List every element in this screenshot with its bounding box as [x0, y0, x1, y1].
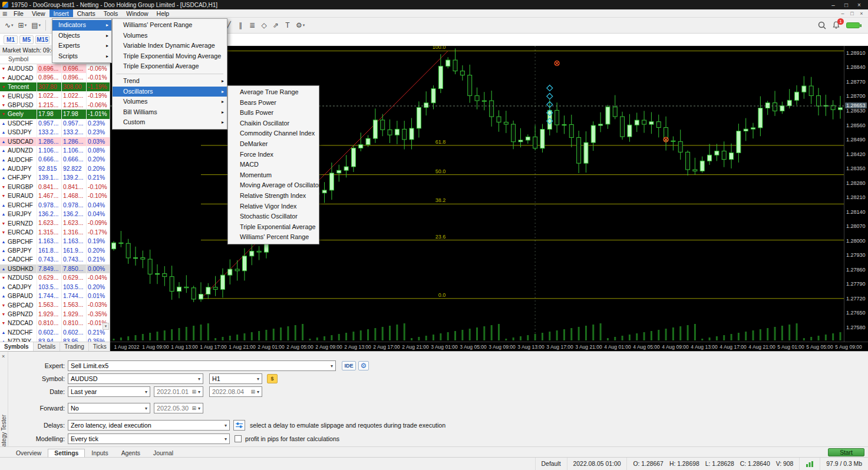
menu-insert[interactable]: Insert [49, 9, 73, 17]
market-watch-row-eurgbp[interactable]: ▼EURGBP0.841...0.841...-0.10% [0, 183, 110, 191]
mdi-minimize-icon[interactable]: – [839, 11, 847, 16]
start-button[interactable]: Start [828, 448, 864, 456]
menu-item-williams-percent-range[interactable]: Williams' Percent Range [228, 232, 319, 243]
market-watch-row-euraud[interactable]: ▼EURAUD1.467...1.468...-0.10% [0, 191, 110, 200]
market-watch-row-eurjpy[interactable]: ▲EURJPY136.2...136.2...0.04% [0, 210, 110, 219]
search-icon[interactable] [818, 21, 826, 29]
market-watch-tab-details[interactable]: Details [34, 342, 61, 351]
status-profile[interactable]: Default [535, 458, 567, 470]
price-axis[interactable]: 1.289101.288401.287701.287001.286301.285… [844, 46, 868, 342]
market-watch-row-audnzd[interactable]: ▲AUDNZD1.106...1.106...0.08% [0, 146, 110, 155]
market-watch-row-nzdchf[interactable]: ▲NZDCHF0.602...0.602...0.21% [0, 328, 110, 337]
market-watch-row-tencent[interactable]: ▼Tencent307.80308.00-1.19% [0, 82, 110, 91]
time-axis[interactable]: 1 Aug 20221 Aug 09:001 Aug 13:001 Aug 17… [110, 342, 868, 351]
market-watch-row-nzdcad[interactable]: ▼NZDCAD0.810...0.810...-0.01% [0, 319, 110, 327]
mdi-close-icon[interactable]: × [857, 11, 866, 16]
templates-icon[interactable]: ▤▾ [29, 19, 43, 31]
market-watch-row-usdhkd[interactable]: ▲USDHKD7.849...7.850...0.00% [0, 264, 110, 273]
menu-item-williams-percent-range[interactable]: Williams' Percent Range [113, 20, 227, 31]
market-watch-row-eurchf[interactable]: ▲EURCHF0.978...0.978...0.04% [0, 201, 110, 210]
market-watch-row-eurnzd[interactable]: ▼EURNZD1.623...1.623...-0.09% [0, 219, 110, 227]
menu-item-triple-exponential-average[interactable]: Triple Exponential Average [113, 61, 227, 72]
menu-help[interactable]: Help [153, 9, 174, 17]
menu-file[interactable]: File [9, 9, 28, 17]
menu-item-indicators[interactable]: Indicators▸ [52, 20, 111, 31]
expert-settings-button[interactable]: ⚙ [358, 361, 369, 370]
date-range-select[interactable]: Last year ▾ [68, 386, 150, 397]
new-chart-icon[interactable]: ∿▾ [2, 19, 16, 31]
forward-select[interactable]: No ▾ [68, 403, 150, 413]
menu-item-oscillators[interactable]: Oscillators▸ [113, 87, 227, 97]
mdi-restore-icon[interactable]: □ [848, 11, 856, 16]
menu-item-triple-exponential-average[interactable]: Triple Exponential Average [228, 222, 319, 233]
market-watch-tab-ticks[interactable]: Ticks [89, 342, 110, 351]
equidistant-channel-icon[interactable]: ∥ [235, 19, 246, 31]
menu-item-commodity-channel-index[interactable]: Commodity Channel Index [228, 128, 319, 139]
menu-window[interactable]: Window [122, 9, 152, 17]
menu-item-bill-williams[interactable]: Bill Williams▸ [113, 107, 227, 118]
scroll-down-arrow-icon[interactable]: ▼ [103, 323, 109, 330]
close-button[interactable]: × [853, 2, 866, 8]
market-watch-row-nzdjpy[interactable]: ▲NZDJPY83.94...83.95...0.35% [0, 337, 110, 342]
date-from-field[interactable]: 2022.01.01 ⊞ ▾ [154, 386, 203, 397]
menu-item-volumes[interactable]: Volumes [113, 31, 227, 41]
market-watch-row-gbpjpy[interactable]: ▲GBPJPY161.8...161.9...0.20% [0, 246, 110, 255]
forward-date-field[interactable]: 2022.05.30 ⊞ ▾ [154, 403, 203, 413]
tab-inputs[interactable]: Inputs [85, 449, 114, 457]
market-watch-row-audusd[interactable]: ▼AUDUSD0.696...0.696...-0.06% [0, 64, 110, 73]
market-watch-row-gbpnzd[interactable]: ▼GBPNZD1.929...1.929...-0.35% [0, 310, 110, 319]
market-watch-row-usdchf[interactable]: ▲USDCHF0.957...0.957...0.23% [0, 119, 110, 128]
market-watch-row-eurusd[interactable]: ▼EURUSD1.022...1.022...-0.19% [0, 91, 110, 100]
timeframe-m5[interactable]: M5 [19, 35, 34, 44]
menu-charts[interactable]: Charts [73, 9, 100, 17]
menu-item-demarker[interactable]: DeMarker [228, 139, 319, 150]
market-watch-row-nzdusd[interactable]: ▼NZDUSD0.629...0.629...-0.04% [0, 273, 110, 282]
menu-item-macd[interactable]: MACD [228, 160, 319, 170]
delays-select[interactable]: Zero latency, ideal execution ▾ [68, 420, 230, 431]
date-to-field[interactable]: 2022.08.04 ⊞ ▾ [209, 386, 262, 397]
menu-item-bulls-power[interactable]: Bulls Power [228, 108, 319, 118]
period-select[interactable]: H1 ▾ [209, 373, 262, 384]
menu-item-scripts[interactable]: Scripts▸ [52, 51, 111, 62]
objects-settings-icon[interactable]: ⚙▾ [293, 19, 307, 31]
chart-profiles-icon[interactable]: ⊞▾ [16, 19, 29, 31]
market-watch-row-geely[interactable]: ▼Geely17.9817.98-1.01% [0, 110, 110, 118]
timeframe-m15[interactable]: M15 [35, 35, 49, 44]
market-watch-row-cadjpy[interactable]: ▲CADJPY103.5...103.5...0.20% [0, 283, 110, 292]
menu-item-objects[interactable]: Objects▸ [52, 31, 111, 41]
tab-settings[interactable]: Settings [48, 449, 85, 457]
timeframe-m1[interactable]: M1 [4, 35, 18, 44]
menu-item-custom[interactable]: Custom▸ [113, 117, 227, 128]
menu-item-trend[interactable]: Trend▸ [113, 76, 227, 87]
market-watch-row-chfjpy[interactable]: ▲CHFJPY139.1...139.2...0.21% [0, 173, 110, 182]
market-watch-row-usdcad[interactable]: ▲USDCAD1.286...1.286...0.03% [0, 137, 110, 146]
expert-select[interactable]: Sell Limit.ex5 ▾ [68, 360, 336, 371]
restore-button[interactable]: □ [840, 2, 853, 8]
symbol-properties-button[interactable]: $ [267, 374, 278, 383]
market-watch-row-audjpy[interactable]: ▲AUDJPY92.81592.8220.20% [0, 164, 110, 173]
menu-item-stochastic-oscillator[interactable]: Stochastic Oscillator [228, 211, 319, 222]
menu-item-experts[interactable]: Experts▸ [52, 41, 111, 51]
notifications-bell-icon[interactable]: 1 [832, 21, 840, 29]
market-watch-row-gbpusd[interactable]: ▼GBPUSD1.215...1.215...-0.06% [0, 101, 110, 110]
market-watch-row-cadchf[interactable]: ▲CADCHF0.743...0.743...0.21% [0, 255, 110, 264]
shapes-icon[interactable]: ◇ [258, 19, 270, 31]
minimize-button[interactable]: – [827, 2, 840, 8]
modelling-select[interactable]: Every tick ▾ [68, 433, 230, 444]
market-watch-row-gbpcad[interactable]: ▼GBPCAD1.563...1.563...-0.03% [0, 300, 110, 309]
menu-item-relative-strength-index[interactable]: Relative Strength Index [228, 191, 319, 201]
profit-in-pips-checkbox[interactable] [235, 435, 242, 442]
menu-item-chaikin-oscillator[interactable]: Chaikin Oscillator [228, 118, 319, 129]
menu-item-force-index[interactable]: Force Index [228, 150, 319, 160]
market-watch-row-gbpaud[interactable]: ▲GBPAUD1.744...1.744...0.01% [0, 292, 110, 300]
market-watch-row-audcad[interactable]: ▼AUDCAD0.896...0.896...-0.01% [0, 73, 110, 82]
market-watch-tab-trading[interactable]: Trading [60, 342, 89, 351]
fibonacci-retracement-icon[interactable]: ≣ [246, 19, 258, 31]
menu-item-momentum[interactable]: Momentum [228, 170, 319, 181]
tab-journal[interactable]: Journal [147, 449, 180, 457]
market-watch-row-audchf[interactable]: ▲AUDCHF0.666...0.666...0.20% [0, 155, 110, 164]
arrows-icon[interactable]: ⇗ [270, 19, 282, 31]
menu-item-average-true-range[interactable]: Average True Range [228, 87, 319, 98]
menu-tools[interactable]: Tools [100, 9, 123, 17]
menu-item-relative-vigor-index[interactable]: Relative Vigor Index [228, 201, 319, 212]
